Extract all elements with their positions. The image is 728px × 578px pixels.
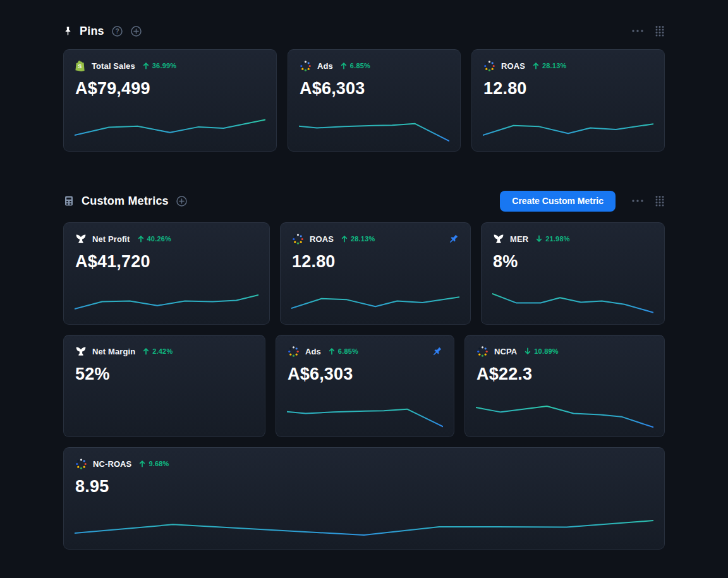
custom-metrics-section-header: Custom Metrics Create Custom Metric (63, 190, 665, 212)
metric-card[interactable]: Net Margin2.42%52% (63, 335, 265, 437)
ad-platforms-icon (75, 458, 87, 470)
custom-metrics-row: Net Margin2.42%52%Ads6.85%A$6,303NCPA10.… (63, 335, 665, 437)
sparkline-chart (75, 507, 653, 543)
metric-card-header: Ads6.85% (300, 59, 449, 72)
metric-label: NC-ROAS (93, 459, 131, 469)
metric-change: 9.68% (138, 460, 169, 467)
metric-value: 8.95 (75, 477, 653, 497)
metric-change: 36.99% (142, 62, 177, 69)
metric-card-header: Net Margin2.42% (75, 345, 253, 358)
calculator-icon (63, 195, 75, 207)
metric-change: 6.85% (340, 62, 370, 69)
metric-change: 40.26% (137, 235, 172, 243)
metric-label: Net Margin (92, 347, 135, 356)
sparkline-chart (299, 109, 449, 145)
trend-up-icon (532, 62, 540, 69)
triple-whale-icon (75, 346, 87, 357)
ad-platforms-icon (292, 233, 304, 245)
change-percent: 9.68% (149, 460, 169, 467)
metric-label: MER (510, 234, 528, 244)
metric-label: Ads (305, 347, 321, 356)
custom-metrics-header-actions: Create Custom Metric (500, 191, 665, 212)
metric-card-header: NCPA10.89% (476, 345, 653, 358)
create-custom-metric-button[interactable]: Create Custom Metric (500, 191, 616, 212)
pins-cards-row: STotal Sales36.99%A$79,499Ads6.85%A$6,30… (63, 49, 665, 152)
metric-label: ROAS (310, 234, 334, 244)
ad-platforms-icon (300, 60, 312, 72)
pinned-icon[interactable] (432, 346, 442, 357)
metric-card-header: ROAS28.13% (292, 232, 459, 245)
metric-card-header: MER21.98% (493, 232, 653, 245)
pushpin-icon (63, 26, 73, 36)
pins-section-header: Pins ? (63, 20, 665, 42)
metric-change: 6.85% (328, 347, 358, 355)
sparkline-chart (483, 109, 653, 145)
metric-card[interactable]: Ads6.85%A$6,303 (288, 49, 461, 152)
metric-card[interactable]: MER21.98%8% (481, 222, 665, 325)
metric-change: 28.13% (532, 62, 567, 69)
pins-section-title: Pins (80, 25, 104, 38)
change-percent: 28.13% (542, 62, 567, 69)
trend-down-icon (535, 235, 543, 243)
metrics-dashboard: Pins ? STotal Sales36.99%A$79,499Ads6.85… (0, 0, 728, 578)
metric-label: Net Profit (92, 234, 130, 244)
svg-text:S: S (78, 63, 82, 69)
grid-layout-icon[interactable] (655, 25, 665, 37)
metric-value: A$41,720 (75, 252, 258, 272)
trend-up-icon (138, 460, 146, 467)
metric-card[interactable]: NC-ROAS9.68%8.95 (63, 447, 665, 550)
triple-whale-icon (493, 234, 504, 244)
change-percent: 6.85% (350, 62, 370, 69)
metric-change: 10.89% (524, 347, 559, 355)
trend-up-icon (137, 235, 145, 243)
metric-label: ROAS (501, 61, 525, 71)
add-custom-metric-icon[interactable] (176, 195, 188, 207)
metric-card[interactable]: Net Profit40.26%A$41,720 (63, 222, 270, 325)
change-percent: 36.99% (152, 62, 177, 69)
change-percent: 2.42% (152, 347, 173, 355)
grid-layout-icon[interactable] (655, 195, 665, 207)
metric-value: A$22.3 (476, 364, 653, 384)
metric-card[interactable]: Ads6.85%A$6,303 (276, 335, 454, 437)
help-icon[interactable]: ? (111, 25, 123, 37)
pinned-icon[interactable] (448, 234, 459, 244)
sparkline-chart (287, 394, 443, 431)
metric-card[interactable]: STotal Sales36.99%A$79,499 (63, 49, 277, 152)
custom-metrics-section-title: Custom Metrics (82, 195, 169, 208)
metric-label: Total Sales (92, 61, 135, 71)
metric-card[interactable]: NCPA10.89%A$22.3 (464, 335, 665, 437)
metric-card[interactable]: ROAS28.13%12.80 (280, 222, 471, 325)
metric-label: Ads (317, 61, 333, 71)
change-percent: 28.13% (351, 235, 375, 243)
metric-card-header: Net Profit40.26% (75, 232, 258, 245)
more-options-icon[interactable] (631, 27, 645, 35)
svg-text:?: ? (115, 27, 119, 34)
change-percent: 10.89% (534, 347, 559, 355)
metric-value: 12.80 (292, 252, 459, 272)
triple-whale-icon (75, 234, 87, 244)
shopify-icon: S (75, 60, 86, 72)
trend-up-icon (328, 347, 336, 355)
trend-down-icon (524, 347, 531, 355)
sparkline-chart (492, 282, 653, 318)
add-pin-icon[interactable] (130, 25, 142, 37)
metric-value: A$6,303 (300, 79, 449, 99)
metric-label: NCPA (494, 347, 517, 356)
sparkline-chart (75, 109, 265, 145)
trend-up-icon (340, 62, 348, 69)
custom-metrics-row: Net Profit40.26%A$41,720ROAS28.13%12.80M… (63, 222, 665, 325)
trend-up-icon (142, 347, 150, 355)
metric-value: 8% (493, 252, 653, 272)
ad-platforms-icon (476, 346, 488, 358)
metric-value: 52% (75, 364, 253, 384)
ad-platforms-icon (483, 60, 495, 72)
trend-up-icon (142, 62, 150, 69)
more-options-icon[interactable] (631, 196, 645, 205)
metric-change: 21.98% (535, 235, 570, 243)
metric-card-header: Ads6.85% (288, 345, 442, 358)
metric-value: A$79,499 (75, 79, 265, 99)
ad-platforms-icon (288, 346, 300, 358)
metric-card[interactable]: ROAS28.13%12.80 (471, 49, 665, 152)
metric-change: 2.42% (142, 347, 173, 355)
metric-card-header: NC-ROAS9.68% (75, 457, 653, 470)
